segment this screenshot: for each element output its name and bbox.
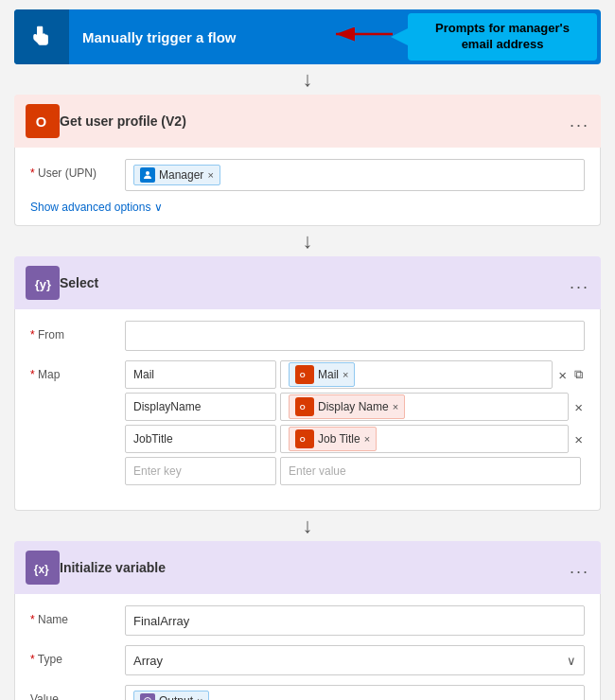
from-row: * From xyxy=(30,321,585,351)
value-row: Value Output × xyxy=(30,685,585,700)
init-card-title: Initialize variable xyxy=(60,560,166,575)
name-value: FinalArray xyxy=(133,614,189,628)
select-icon-wrap: {y} xyxy=(26,266,60,300)
manager-tag-remove[interactable]: × xyxy=(207,169,213,181)
from-input[interactable] xyxy=(125,321,585,351)
map-row-jobtitle: JobTitle O Job Title × × xyxy=(125,425,585,453)
init-icon: {x} xyxy=(32,557,53,578)
from-label: * From xyxy=(30,321,125,341)
output-tag-icon xyxy=(140,693,155,700)
chevron-down-icon: ∨ xyxy=(154,201,163,214)
type-row: * Type Array ∨ xyxy=(30,645,585,675)
name-label: * Name xyxy=(30,605,125,626)
profile-card-menu[interactable]: ... xyxy=(570,112,589,131)
mail-tag-remove[interactable]: × xyxy=(343,369,348,380)
init-card-menu[interactable]: ... xyxy=(570,558,589,578)
map-val-displayname[interactable]: O Display Name × xyxy=(280,393,569,421)
delete-mail-row-icon[interactable]: × xyxy=(556,365,569,385)
delete-displayname-row-icon[interactable]: × xyxy=(572,397,585,417)
init-card-body: * Name FinalArray * Type Array ∨ Value xyxy=(14,594,601,700)
map-label: * Map xyxy=(30,360,125,381)
map-row-mail: Mail O Mail × × ⧉ xyxy=(125,360,585,389)
profile-icon-wrap: O xyxy=(26,104,60,138)
flow-container: Manually trigger a flow Prompts for mana… xyxy=(9,9,606,700)
profile-card-title: Get user profile (V2) xyxy=(60,114,186,129)
jobtitle-tag-label: Job Title xyxy=(318,432,360,446)
svg-text:{y}: {y} xyxy=(35,277,51,291)
map-fields: Mail O Mail × × ⧉ xyxy=(125,360,585,489)
map-row-displayname-actions: × xyxy=(572,397,585,417)
svg-text:O: O xyxy=(300,435,306,444)
profile-card-body: * User (UPN) Manager × Show advanced opt… xyxy=(14,148,601,226)
mail-tag-label: Mail xyxy=(318,368,339,381)
select-card-header: {y} Select ... xyxy=(14,256,601,309)
user-upn-input[interactable]: Manager × xyxy=(125,159,585,191)
type-label: * Type xyxy=(30,645,125,666)
map-section: * Map Mail O Mail × xyxy=(30,360,585,489)
connector-2 xyxy=(303,226,313,256)
svg-point-4 xyxy=(146,171,149,175)
red-arrow-icon xyxy=(328,23,395,45)
trigger-icon-wrap xyxy=(14,9,69,64)
map-row-new: Enter key Enter value xyxy=(125,457,585,485)
hand-icon xyxy=(27,23,56,51)
map-row-displayname: DisplayName O Display Name × × xyxy=(125,393,585,421)
displayname-tag: O Display Name × xyxy=(289,394,405,419)
select-card-title: Select xyxy=(60,275,98,290)
select-icon: {y} xyxy=(32,272,53,293)
select-card: {y} Select ... * From * Map xyxy=(14,256,601,511)
select-card-body: * From * Map Mail O xyxy=(14,309,601,511)
manager-tag-label: Manager xyxy=(159,168,203,182)
jobtitle-tag-icon: O xyxy=(295,429,314,448)
jobtitle-tag: O Job Title × xyxy=(289,427,377,451)
type-dropdown-chevron: ∨ xyxy=(567,654,576,668)
init-card-header: {x} Initialize variable ... xyxy=(14,541,601,594)
name-input[interactable]: FinalArray xyxy=(125,605,585,636)
enter-value-placeholder: Enter value xyxy=(289,464,346,478)
map-row-mail-actions: × ⧉ xyxy=(556,365,585,385)
type-dropdown[interactable]: Array ∨ xyxy=(125,645,585,675)
type-value: Array xyxy=(133,654,163,668)
select-card-menu[interactable]: ... xyxy=(570,273,589,293)
trigger-title: Manually trigger a flow xyxy=(69,29,237,45)
svg-text:O: O xyxy=(300,371,306,379)
user-upn-label: * User (UPN) xyxy=(30,159,125,180)
profile-card: O Get user profile (V2) ... * User (UPN)… xyxy=(14,95,601,226)
svg-text:{x}: {x} xyxy=(34,563,49,576)
map-key-displayname[interactable]: DisplayName xyxy=(125,393,276,421)
tooltip-bubble: Prompts for manager's email address xyxy=(408,13,597,61)
name-row: * Name FinalArray xyxy=(30,605,585,636)
map-val-jobtitle[interactable]: O Job Title × xyxy=(280,425,569,453)
displayname-tag-label: Display Name xyxy=(318,400,389,413)
manager-tag: Manager × xyxy=(133,165,220,185)
map-row-jobtitle-actions: × xyxy=(572,429,585,449)
map-key-jobtitle[interactable]: JobTitle xyxy=(125,425,276,453)
map-val-mail[interactable]: O Mail × xyxy=(280,360,553,389)
mail-tag: O Mail × xyxy=(289,362,355,387)
svg-text:O: O xyxy=(300,403,306,411)
map-key-new[interactable]: Enter key xyxy=(125,457,276,485)
mail-tag-icon: O xyxy=(295,365,314,384)
value-input[interactable]: Output × xyxy=(125,685,585,700)
map-val-new[interactable]: Enter value xyxy=(280,457,581,485)
connector-1 xyxy=(303,64,313,95)
show-advanced-link[interactable]: Show advanced options ∨ xyxy=(30,201,585,214)
output-tag-label: Output xyxy=(159,694,193,700)
output-tag: Output × xyxy=(133,691,209,700)
svg-text:O: O xyxy=(36,114,46,130)
init-icon-wrap: {x} xyxy=(26,551,60,585)
init-card: {x} Initialize variable ... * Name Final… xyxy=(14,541,601,700)
map-key-mail[interactable]: Mail xyxy=(125,360,276,389)
profile-card-header: O Get user profile (V2) ... xyxy=(14,95,601,148)
copy-mail-row-icon[interactable]: ⧉ xyxy=(572,365,585,384)
user-upn-row: * User (UPN) Manager × xyxy=(30,159,585,191)
jobtitle-tag-remove[interactable]: × xyxy=(364,433,370,445)
manager-tag-icon xyxy=(140,167,155,183)
connector-3 xyxy=(303,511,313,541)
displayname-tag-remove[interactable]: × xyxy=(393,401,398,412)
delete-jobtitle-row-icon[interactable]: × xyxy=(572,429,585,449)
value-label: Value xyxy=(30,685,125,700)
output-tag-remove[interactable]: × xyxy=(197,695,202,700)
displayname-tag-icon: O xyxy=(295,397,314,416)
office365-icon: O xyxy=(32,111,53,131)
